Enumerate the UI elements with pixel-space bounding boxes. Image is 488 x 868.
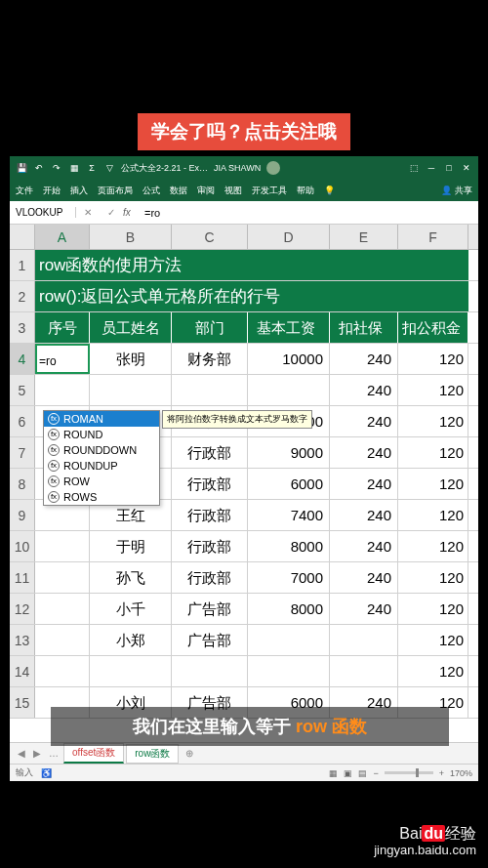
maximize-icon[interactable]: □ [443,163,455,173]
undo-icon[interactable]: ↶ [33,163,45,173]
menu-data[interactable]: 数据 [170,185,187,197]
zoom-in-icon[interactable]: + [439,768,444,778]
cell[interactable]: 小千 [90,594,172,624]
tab-prev-icon[interactable]: ◀ [14,748,29,759]
cell[interactable]: 120 [398,562,468,593]
cell[interactable]: 小郑 [90,625,172,655]
pivot-icon[interactable]: ▦ [68,163,80,173]
header-cell[interactable]: 扣公积金 [398,312,468,343]
minimize-icon[interactable]: ─ [426,163,437,173]
cell[interactable]: 120 [398,531,468,561]
row-header[interactable]: 7 [10,437,35,468]
row-header[interactable]: 12 [10,594,35,624]
cell[interactable]: 7000 [248,562,330,593]
col-header-e[interactable]: E [330,225,398,249]
filter-icon[interactable]: ▽ [103,163,115,173]
save-icon[interactable]: 💾 [16,163,27,173]
close-icon[interactable]: ✕ [461,163,472,173]
row-header[interactable]: 3 [10,312,35,343]
cell[interactable]: 9000 [248,437,330,468]
col-header-b[interactable]: B [90,225,172,249]
menu-help[interactable]: 帮助 [297,185,314,197]
cell[interactable]: 孙飞 [90,562,172,593]
col-header-f[interactable]: F [398,225,468,249]
cell[interactable] [35,625,90,655]
cell[interactable]: 广告部 [172,594,248,624]
cell[interactable]: 120 [398,375,468,405]
cell[interactable]: 120 [398,625,468,655]
cell[interactable]: 行政部 [172,437,248,468]
zoom-slider[interactable] [385,771,433,774]
cell[interactable]: 7400 [248,500,330,530]
cell[interactable]: 8000 [248,531,330,561]
autocomplete-item[interactable]: fxROW [44,474,159,489]
cell[interactable]: 财务部 [172,344,248,374]
row-header[interactable]: 13 [10,625,35,655]
sheet-tab-row[interactable]: row函数 [126,744,179,764]
cell[interactable]: 240 [330,406,398,436]
cell[interactable]: 6000 [248,469,330,499]
banner-cell-2[interactable]: row():返回公式单元格所在的行号 [35,281,468,311]
view-normal-icon[interactable]: ▦ [329,768,338,778]
autocomplete-item[interactable]: fxROWS [44,489,159,505]
cell[interactable]: 120 [398,469,468,499]
cell[interactable]: 120 [398,594,468,624]
autocomplete-item[interactable]: fxROMAN [44,411,159,427]
menu-pagelayout[interactable]: 页面布局 [98,185,133,197]
zoom-out-icon[interactable]: − [373,768,378,778]
cell[interactable] [248,656,330,686]
cell[interactable]: 120 [398,500,468,530]
row-header[interactable]: 8 [10,469,35,499]
cell[interactable]: 行政部 [172,469,248,499]
cell[interactable]: 行政部 [172,500,248,530]
cancel-formula-icon[interactable]: ✕ [84,207,92,218]
redo-icon[interactable]: ↷ [51,163,62,173]
cell[interactable]: 行政部 [172,562,248,593]
col-header-d[interactable]: D [248,225,330,249]
row-header[interactable]: 4 [10,344,35,374]
zoom-level[interactable]: 170% [450,768,472,778]
row-header[interactable]: 14 [10,656,35,686]
cell[interactable]: 行政部 [172,531,248,561]
ribbon-options-icon[interactable]: ⬚ [408,163,420,173]
header-cell[interactable]: 序号 [35,312,90,343]
cell[interactable]: 8000 [248,594,330,624]
cell[interactable] [35,531,90,561]
row-header[interactable]: 11 [10,562,35,593]
menu-lightbulb-icon[interactable]: 💡 [324,186,335,195]
view-pagebreak-icon[interactable]: ▤ [358,768,367,778]
cell[interactable]: 240 [330,594,398,624]
cell[interactable]: 广告部 [172,625,248,655]
cell[interactable] [248,375,330,405]
cell[interactable]: 于明 [90,531,172,561]
cell[interactable] [90,375,172,405]
editing-cell[interactable]: =ro [35,344,90,374]
row-header[interactable]: 9 [10,500,35,530]
cell[interactable]: 240 [330,562,398,593]
header-cell[interactable]: 扣社保 [330,312,398,343]
menu-home[interactable]: 开始 [43,185,61,197]
view-pagelayout-icon[interactable]: ▣ [344,768,352,778]
cell[interactable] [35,562,90,593]
row-header[interactable]: 5 [10,375,35,405]
cell[interactable]: 240 [330,531,398,561]
sheet-tab-offset[interactable]: offset函数 [63,743,124,764]
cell[interactable]: 120 [398,344,468,374]
cell[interactable]: 张明 [90,344,172,374]
cell[interactable]: 240 [330,375,398,405]
cell[interactable] [330,625,398,655]
menu-file[interactable]: 文件 [16,185,33,197]
autocomplete-item[interactable]: fxROUNDUP [44,458,159,474]
cell[interactable]: 240 [330,500,398,530]
cell[interactable] [35,594,90,624]
cell[interactable]: 10000 [248,344,330,374]
header-cell[interactable]: 员工姓名 [90,312,172,343]
row-header[interactable]: 1 [10,250,35,280]
menu-insert[interactable]: 插入 [70,185,88,197]
formula-bar-input[interactable]: =ro [141,207,478,219]
autocomplete-item[interactable]: fxROUND [44,427,159,442]
add-sheet-button[interactable]: ⊕ [180,748,199,759]
sum-icon[interactable]: Σ [86,163,98,173]
row-header[interactable]: 10 [10,531,35,561]
cell[interactable] [90,656,172,686]
